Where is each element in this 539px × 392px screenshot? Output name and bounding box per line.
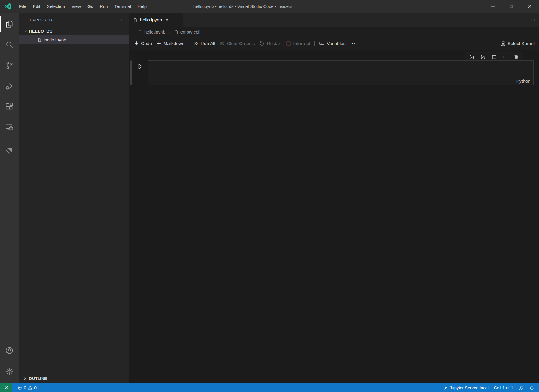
cell-more-actions-button[interactable] xyxy=(502,54,508,60)
toolbar-separator xyxy=(189,41,189,46)
maximize-button[interactable] xyxy=(502,0,520,13)
run-cell-button[interactable] xyxy=(137,63,144,70)
add-code-cell-button[interactable]: Code xyxy=(132,39,154,48)
warning-count: 0 xyxy=(34,386,37,390)
tab-close-button[interactable] xyxy=(164,17,170,23)
file-tree: HELLO_DS hello.ipynb xyxy=(19,26,129,44)
cell-position-indicator[interactable]: Cell 1 of 1 xyxy=(491,383,516,392)
menu-run[interactable]: Run xyxy=(97,0,111,13)
more-actions-icon xyxy=(119,17,124,23)
activity-extensions[interactable] xyxy=(0,96,19,117)
close-icon xyxy=(165,18,169,22)
main-area: EXPLORER HELLO_DS hello.ipynb OUTLINE xyxy=(0,13,539,383)
split-cell-button[interactable] xyxy=(491,54,497,60)
file-icon xyxy=(174,30,179,34)
tab-hello-ipynb[interactable]: hello.ipynb xyxy=(129,13,183,27)
status-bar: 0 0 Jupyter Server: local Cell 1 of 1 xyxy=(0,383,539,392)
menu-go[interactable]: Go xyxy=(84,0,97,13)
breadcrumb: hello.ipynb empty cell xyxy=(129,27,539,36)
breadcrumb-cell[interactable]: empty cell xyxy=(174,29,200,34)
error-count: 0 xyxy=(24,386,26,390)
activity-explorer[interactable] xyxy=(0,14,19,34)
maximize-icon xyxy=(509,4,514,9)
interrupt-button[interactable]: Interrupt xyxy=(283,39,312,48)
window-controls xyxy=(483,0,539,13)
run-debug-icon xyxy=(5,81,14,90)
execute-below-icon xyxy=(480,54,486,60)
add-markdown-cell-button[interactable]: Markdown xyxy=(154,39,187,48)
activity-extra-extension[interactable] xyxy=(0,141,19,161)
remote-indicator[interactable] xyxy=(0,383,12,392)
error-icon xyxy=(17,385,22,390)
more-actions-icon xyxy=(502,54,508,60)
outline-section[interactable]: OUTLINE xyxy=(19,373,129,383)
menu-terminal[interactable]: Terminal xyxy=(111,0,135,13)
menu-edit[interactable]: Edit xyxy=(29,0,44,13)
select-kernel-button[interactable]: Select Kernel xyxy=(498,39,537,48)
activity-search[interactable] xyxy=(0,34,19,55)
tab-bar: hello.ipynb xyxy=(129,13,539,27)
feedback-icon xyxy=(518,385,524,391)
explorer-more-actions-button[interactable] xyxy=(119,17,124,23)
activity-source-control[interactable] xyxy=(0,55,19,76)
delete-cell-button[interactable] xyxy=(513,54,519,60)
activity-remote-explorer[interactable] xyxy=(0,117,19,137)
warning-icon xyxy=(28,385,33,390)
clear-outputs-button[interactable]: Clear Outputs xyxy=(217,39,257,48)
title-bar: File Edit Selection View Go Run Terminal… xyxy=(0,0,539,13)
jupyter-server-indicator[interactable]: Jupyter Server: local xyxy=(441,383,491,392)
tree-file-hello-ipynb[interactable]: hello.ipynb xyxy=(19,35,129,44)
execute-above-icon xyxy=(469,54,475,60)
variables-button[interactable]: Variables xyxy=(317,39,347,48)
plus-icon xyxy=(134,41,139,46)
breadcrumb-separator-icon xyxy=(167,30,172,34)
menu-view[interactable]: View xyxy=(68,0,84,13)
kernel-icon xyxy=(500,41,506,46)
outline-label: OUTLINE xyxy=(29,376,47,381)
menu-help[interactable]: Help xyxy=(134,0,150,13)
minimize-icon xyxy=(490,4,495,9)
tree-folder-hello-ds[interactable]: HELLO_DS xyxy=(19,26,129,35)
account-button[interactable] xyxy=(0,341,19,360)
notebook-more-actions-button[interactable] xyxy=(348,39,358,48)
notebook-editor: Python xyxy=(129,50,539,383)
account-icon xyxy=(5,346,14,355)
activity-run-debug[interactable] xyxy=(0,76,19,96)
file-icon xyxy=(133,18,138,23)
vscode-insiders-logo-icon xyxy=(4,2,12,10)
folder-label: HELLO_DS xyxy=(29,29,52,34)
trash-icon xyxy=(513,54,519,60)
notebook-toolbar: Code Markdown Run All Clear Outputs xyxy=(129,36,539,50)
files-explorer-icon xyxy=(5,20,14,29)
toolbar-separator xyxy=(314,41,315,46)
problems-indicator[interactable]: 0 0 xyxy=(15,383,39,392)
status-bar-right: Jupyter Server: local Cell 1 of 1 xyxy=(441,383,537,392)
breadcrumb-file[interactable]: hello.ipynb xyxy=(138,29,165,34)
restart-button[interactable]: Restart xyxy=(257,39,283,48)
status-bar-left: 0 0 xyxy=(15,383,39,392)
paper-plane-extension-icon xyxy=(5,147,14,156)
file-icon xyxy=(37,37,42,42)
clear-outputs-icon xyxy=(219,41,225,46)
source-control-icon xyxy=(5,61,14,70)
notifications-button[interactable] xyxy=(527,383,537,392)
cell-code-editor[interactable]: Python xyxy=(148,60,534,85)
settings-button[interactable] xyxy=(0,362,19,381)
explorer-sidebar: EXPLORER HELLO_DS hello.ipynb OUTLINE xyxy=(19,13,129,383)
menu-selection[interactable]: Selection xyxy=(44,0,68,13)
editor-area: hello.ipynb hello.ipynb xyxy=(129,13,539,383)
run-all-button[interactable]: Run All xyxy=(191,39,217,48)
variables-icon xyxy=(319,40,325,46)
menu-bar: File Edit Selection View Go Run Terminal… xyxy=(16,0,150,13)
cell-language-picker[interactable]: Python xyxy=(516,79,530,84)
cell-run-area xyxy=(132,60,148,85)
minimize-button[interactable] xyxy=(483,0,502,13)
menu-file[interactable]: File xyxy=(16,0,29,13)
editor-more-actions-button[interactable] xyxy=(530,13,535,27)
feedback-button[interactable] xyxy=(516,383,527,392)
execute-above-button[interactable] xyxy=(469,54,475,60)
remote-icon xyxy=(4,385,9,390)
activity-bar-top xyxy=(0,13,19,161)
close-window-button[interactable] xyxy=(520,0,539,13)
execute-below-button[interactable] xyxy=(480,54,486,60)
